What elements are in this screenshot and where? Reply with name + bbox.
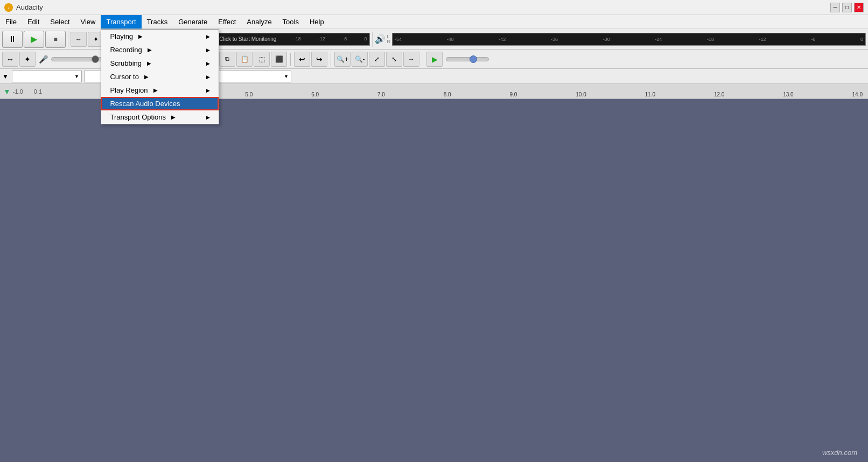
menu-file[interactable]: File <box>0 15 22 29</box>
menu-edit[interactable]: Edit <box>22 15 45 29</box>
input-volume-slider[interactable] <box>51 57 105 61</box>
menu-bar: File Edit Select View Transport Playing … <box>0 15 868 29</box>
menu-item-play-region[interactable]: Play Region ▶ <box>101 83 219 97</box>
maximize-button[interactable]: □ <box>842 3 852 12</box>
minimize-button[interactable]: ─ <box>830 3 840 12</box>
copy-button[interactable]: ⧉ <box>219 52 235 67</box>
playback-speed-slider[interactable] <box>446 57 489 61</box>
menu-transport[interactable]: Transport Playing ▶ Recording ▶ Scrubbin… <box>101 15 141 29</box>
menu-analyze[interactable]: Analyze <box>241 15 277 29</box>
zoom-out-button[interactable]: 🔍- <box>352 52 368 67</box>
menu-item-rescan[interactable]: Rescan Audio Devices <box>101 97 219 110</box>
menu-view[interactable]: View <box>75 15 101 29</box>
submenu-arrow: ▶ <box>148 47 152 53</box>
monitoring-text[interactable]: Click to Start Monitoring <box>219 36 276 42</box>
undo-button[interactable]: ↩ <box>294 52 310 67</box>
close-button[interactable]: ✕ <box>854 3 864 12</box>
menu-select[interactable]: Select <box>45 15 75 29</box>
ruler-left-panel: ▼ -1.0 0.1 <box>0 84 108 99</box>
zoom-sel-button[interactable]: ⤡ <box>386 52 402 67</box>
app-icon: ♪ <box>4 3 13 12</box>
paste-button[interactable]: 📋 <box>236 52 253 67</box>
zoom-in-button[interactable]: 🔍+ <box>334 52 351 67</box>
pause-button[interactable]: ⏸ <box>2 31 23 48</box>
menu-item-scrubbing[interactable]: Scrubbing ▶ <box>101 57 219 70</box>
main-content <box>0 99 868 447</box>
watermark: wsxdn.com <box>822 449 857 457</box>
mic-icon-2: 🎤 <box>39 55 48 64</box>
menu-item-cursor-to[interactable]: Cursor to ▶ <box>101 70 219 83</box>
window-controls: ─ □ ✕ <box>830 3 864 12</box>
title-bar: ♪ Audacity ─ □ ✕ <box>0 0 868 15</box>
submenu-arrow: ▶ <box>138 33 143 39</box>
select-tool[interactable]: ↔ <box>2 52 18 67</box>
menu-generate[interactable]: Generate <box>173 15 213 29</box>
output-meter[interactable]: -54 -48 -42 -36 -30 -24 -18 -12 -6 0 <box>392 33 866 46</box>
menu-tracks[interactable]: Tracks <box>142 15 173 29</box>
app-title: Audacity <box>16 3 43 11</box>
transport-dropdown-menu: Playing ▶ Recording ▶ Scrubbing ▶ Cursor… <box>101 29 219 124</box>
redo-button[interactable]: ↪ <box>311 52 327 67</box>
submenu-arrow: ▶ <box>171 114 176 120</box>
speaker-icon: 🔊 <box>375 34 386 44</box>
submenu-arrow: ▶ <box>147 60 151 66</box>
audio-host-label: ▼ <box>2 73 9 80</box>
ruler-marks-area: 3.0 4.0 5.0 6.0 7.0 8.0 9.0 10.0 11.0 12… <box>108 84 868 99</box>
selection-tool[interactable]: ↔ <box>71 32 87 47</box>
menu-help[interactable]: Help <box>304 15 330 29</box>
audio-host-select[interactable]: ▼ <box>12 71 82 82</box>
zoom-width-button[interactable]: ↔ <box>403 52 419 67</box>
trim-button[interactable]: ⬚ <box>254 52 270 67</box>
menu-effect[interactable]: Effect <box>213 15 241 29</box>
menu-tools[interactable]: Tools <box>277 15 304 29</box>
zoom-fit-button[interactable]: ⤢ <box>369 52 385 67</box>
submenu-arrow: ▶ <box>144 74 149 80</box>
play-once-button[interactable]: ▶ <box>426 52 443 67</box>
submenu-arrow: ▶ <box>153 87 158 93</box>
multi-tool[interactable]: ✦ <box>19 52 36 67</box>
stop-button[interactable]: ■ <box>45 31 66 48</box>
menu-item-playing[interactable]: Playing ▶ <box>101 30 219 43</box>
menu-item-recording[interactable]: Recording ▶ <box>101 43 219 57</box>
play-button[interactable]: ▶ <box>24 31 44 48</box>
silence-button[interactable]: ⬛ <box>271 52 287 67</box>
playhead-icon: ▼ <box>3 87 11 96</box>
menu-item-transport-options[interactable]: Transport Options ▶ <box>101 110 219 124</box>
